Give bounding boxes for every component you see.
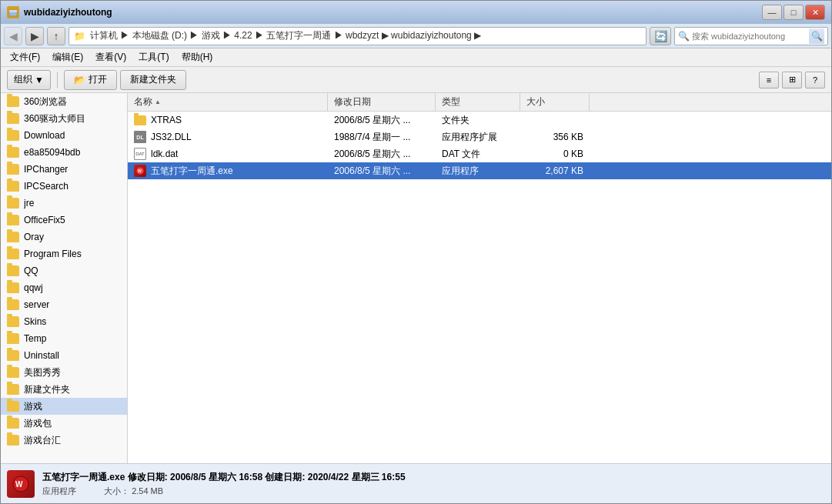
col-header-date[interactable]: 修改日期	[328, 93, 436, 111]
sidebar-item-label: OfficeFix5	[24, 215, 65, 225]
view-toggle: ≡ ⊞ ?	[759, 72, 825, 88]
col-header-type[interactable]: 类型	[436, 93, 520, 111]
table-row[interactable]: XTRAS 2006/8/5 星期六 ... 文件夹	[128, 112, 831, 129]
menu-view[interactable]: 查看(V)	[89, 49, 132, 65]
sidebar-item-qqwj[interactable]: qqwj	[1, 279, 127, 296]
window-controls: — □ ✕	[762, 5, 825, 20]
table-row[interactable]: DAT ldk.dat 2006/8/5 星期六 ... DAT 文件 0 KB	[128, 145, 831, 162]
file-size-cell: 2,607 KB	[520, 162, 590, 179]
sidebar-item-meitu[interactable]: 美图秀秀	[1, 364, 127, 381]
folder-icon	[7, 333, 19, 344]
file-type-cell: 应用程序	[436, 162, 520, 179]
sidebar-item-label: 360驱动大师目	[24, 112, 85, 125]
maximize-button[interactable]: □	[784, 5, 804, 20]
table-row[interactable]: W 五笔打字一周通.exe 2006/8/5 星期六 ... 应用程序 2,60…	[128, 162, 831, 179]
folder-icon	[7, 130, 19, 141]
svg-rect-1	[9, 10, 17, 12]
forward-button[interactable]: ▶	[25, 27, 44, 45]
view-help-button[interactable]: ?	[805, 72, 825, 88]
breadcrumb[interactable]: 📁 计算机 ▶ 本地磁盘 (D:) ▶ 游戏 ▶ 4.22 ▶ 五笔打字一周通 …	[68, 27, 647, 45]
sidebar-item-label: Uninstall	[24, 350, 59, 361]
file-name: 五笔打字一周通.exe	[151, 165, 233, 178]
sidebar-item-oray[interactable]: Oray	[1, 229, 127, 245]
sidebar-item-temp[interactable]: Temp	[1, 330, 127, 347]
open-label: 打开	[89, 73, 107, 86]
up-button[interactable]: ↑	[47, 27, 65, 45]
sidebar-item-label: 美图秀秀	[24, 366, 61, 379]
menu-file[interactable]: 文件(F)	[4, 49, 46, 65]
sidebar-item-server[interactable]: server	[1, 296, 127, 313]
sidebar-item-download[interactable]: Download	[1, 127, 127, 144]
folder-icon	[7, 282, 19, 293]
sidebar-item-ipchanger[interactable]: IPChanger	[1, 161, 127, 178]
sidebar-item-programfiles[interactable]: Program Files	[1, 245, 127, 262]
search-button[interactable]: 🔍	[809, 28, 824, 44]
menu-edit[interactable]: 编辑(E)	[46, 49, 89, 65]
folder-icon	[7, 350, 19, 361]
sidebar-item-uninstall[interactable]: Uninstall	[1, 347, 127, 364]
sidebar-item-skins[interactable]: Skins	[1, 313, 127, 330]
exe-icon: W	[134, 165, 146, 177]
open-button[interactable]: 📂 打开	[64, 70, 117, 90]
back-button[interactable]: ◀	[4, 27, 22, 45]
folder-icon	[7, 299, 19, 310]
status-file-icon: W	[7, 470, 35, 498]
menu-tools[interactable]: 工具(T)	[132, 49, 175, 65]
sidebar-item-officefix5[interactable]: OfficeFix5	[1, 212, 127, 229]
file-date-cell: 2006/8/5 星期六 ...	[328, 145, 436, 162]
col-header-size[interactable]: 大小	[520, 93, 590, 111]
sidebar-item-ipcsearch[interactable]: IPCSearch	[1, 178, 127, 195]
close-button[interactable]: ✕	[805, 5, 825, 20]
new-folder-label: 新建文件夹	[130, 73, 176, 86]
file-date-cell: 1988/7/4 星期一 ...	[328, 129, 436, 145]
folder-icon	[7, 435, 19, 446]
file-name: ldk.dat	[151, 149, 178, 159]
folder-icon	[7, 96, 19, 107]
window-icon	[7, 6, 19, 18]
status-main: 五笔打字一周通.exe 修改日期: 2006/8/5 星期六 16:58 创建日…	[42, 471, 825, 484]
search-input[interactable]	[692, 32, 809, 41]
status-created-label: 创建日期:	[265, 472, 307, 482]
sidebar-item-label: server	[24, 299, 49, 310]
sidebar-item-qq[interactable]: QQ	[1, 262, 127, 279]
file-type-cell: 应用程序扩展	[436, 129, 520, 145]
window-title: wubidaziyizhoutong	[24, 7, 112, 18]
sidebar-item-label: IPChanger	[24, 164, 68, 175]
new-folder-button[interactable]: 新建文件夹	[120, 70, 186, 90]
menu-bar: 文件(F) 编辑(E) 查看(V) 工具(T) 帮助(H)	[1, 48, 831, 67]
sidebar-item-gametable[interactable]: 游戏台汇	[1, 432, 127, 449]
file-size-cell	[520, 112, 590, 129]
folder-icon	[7, 113, 19, 124]
sidebar-item-360driver[interactable]: 360驱动大师目	[1, 110, 127, 127]
organize-label: 组织	[14, 73, 32, 86]
sidebar-item-label: Program Files	[24, 249, 82, 259]
sidebar-item-360browser[interactable]: 360浏览器	[1, 93, 127, 110]
minimize-button[interactable]: —	[762, 5, 782, 20]
sidebar-item-jre[interactable]: jre	[1, 195, 127, 212]
file-size-cell: 356 KB	[520, 129, 590, 145]
menu-help[interactable]: 帮助(H)	[175, 49, 219, 65]
folder-icon	[7, 367, 19, 378]
file-name-cell: DL JS32.DLL	[128, 129, 328, 145]
view-list-button[interactable]: ≡	[759, 72, 779, 88]
sidebar-item-games[interactable]: 游戏	[1, 398, 127, 415]
sidebar-item-e8a[interactable]: e8a85094bdb	[1, 144, 127, 161]
folder-icon	[7, 181, 19, 192]
view-details-button[interactable]: ⊞	[782, 72, 802, 88]
svg-text:W: W	[138, 169, 142, 173]
organize-button[interactable]: 组织 ▼	[7, 70, 51, 90]
file-size-cell: 0 KB	[520, 145, 590, 162]
sidebar-item-newfolder[interactable]: 新建文件夹	[1, 381, 127, 398]
file-type-cell: DAT 文件	[436, 145, 520, 162]
breadcrumb-path: 计算机 ▶ 本地磁盘 (D:) ▶ 游戏 ▶ 4.22 ▶ 五笔打字一周通 ▶ …	[90, 29, 481, 42]
refresh-button[interactable]: 🔄	[650, 27, 671, 45]
dat-icon: DAT	[134, 148, 146, 160]
table-row[interactable]: DL JS32.DLL 1988/7/4 星期一 ... 应用程序扩展 356 …	[128, 129, 831, 145]
status-filetype: 应用程序	[42, 486, 76, 496]
col-header-name[interactable]: 名称 ▲	[128, 93, 328, 111]
sidebar-item-gamepkg[interactable]: 游戏包	[1, 415, 127, 432]
folder-icon	[7, 265, 19, 276]
search-bar: 🔍 🔍	[674, 27, 828, 45]
file-list: XTRAS 2006/8/5 星期六 ... 文件夹 DL JS32.DLL 1…	[128, 112, 831, 463]
sidebar-item-label: Skins	[24, 316, 46, 327]
